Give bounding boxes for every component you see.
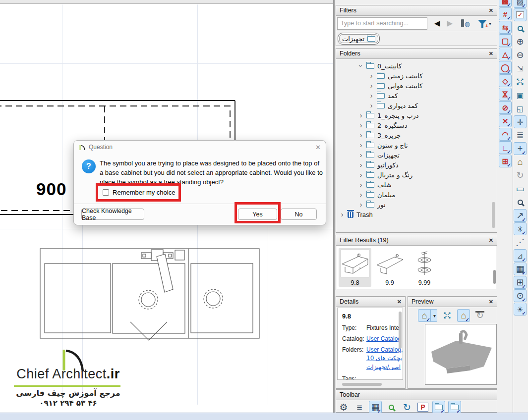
- reference-grid-icon[interactable]: ⊙✓: [514, 289, 527, 302]
- point-tool-icon[interactable]: ✳✓: [514, 222, 527, 235]
- close-icon[interactable]: ✕: [315, 144, 321, 151]
- preview-style-button[interactable]: ⌂✓ ▾: [418, 309, 437, 322]
- results-scrollbar-thumb[interactable]: [493, 270, 496, 284]
- folder-edit-icon[interactable]: ✓: [448, 401, 461, 414]
- chevron-collapsed-icon[interactable]: ›: [369, 73, 374, 78]
- chevron-down-icon[interactable]: ▾: [431, 309, 437, 322]
- chevron-collapsed-icon[interactable]: ›: [358, 123, 363, 128]
- zoom-out-icon[interactable]: ⊖: [514, 49, 527, 61]
- chevron-collapsed-icon[interactable]: ›: [358, 172, 363, 177]
- list-view-icon[interactable]: ≡: [353, 401, 366, 414]
- details-vscrollbar-thumb[interactable]: [399, 312, 402, 349]
- catalog-link[interactable]: User Catalog: [366, 335, 401, 342]
- chevron-collapsed-icon[interactable]: ›: [358, 113, 363, 118]
- expand-preview-button[interactable]: ↖↗↙↘: [441, 309, 454, 322]
- close-icon[interactable]: ✕: [489, 237, 493, 244]
- details-hscrollbar-thumb[interactable]: [342, 383, 382, 386]
- chevron-collapsed-icon[interactable]: ›: [358, 143, 363, 148]
- swap-select-icon[interactable]: ⇆✓: [499, 21, 512, 34]
- chevron-collapsed-icon[interactable]: ›: [340, 212, 345, 217]
- find-page-icon[interactable]: [514, 196, 527, 209]
- trash-row[interactable]: ›Trash: [336, 210, 497, 219]
- folder-row[interactable]: ›کابینت_0: [336, 61, 497, 71]
- folders-scrollbar-thumb[interactable]: [492, 202, 495, 228]
- folder-row[interactable]: ›کمد: [336, 91, 497, 101]
- settings-icon[interactable]: ⚙: [337, 401, 350, 414]
- folder-row[interactable]: ›شلف: [336, 180, 497, 190]
- result-item[interactable]: 9.99: [408, 248, 441, 287]
- triangle-tool-icon[interactable]: △✓: [499, 48, 512, 60]
- folder-row[interactable]: ›مبلمان: [336, 190, 497, 200]
- light-rays-icon[interactable]: ☀✓: [514, 303, 527, 315]
- house-view-icon[interactable]: ⌂: [514, 156, 527, 168]
- circle-tool-icon[interactable]: ◯✓: [499, 61, 512, 74]
- diamond-tool-icon[interactable]: ◇✓: [499, 74, 512, 87]
- text-arrow-icon[interactable]: ↗✓: [514, 209, 527, 222]
- no-button[interactable]: No: [281, 209, 317, 220]
- folder-link[interactable]: User Catalog,: [366, 346, 403, 353]
- folder-row[interactable]: ›تجهیزات: [336, 150, 497, 160]
- pan-icon[interactable]: ✛: [514, 115, 527, 128]
- preview-image[interactable]: [425, 324, 497, 385]
- edit-select-icon[interactable]: ✓: [514, 8, 527, 21]
- chevron-collapsed-icon[interactable]: ›: [358, 162, 363, 167]
- search-catalog-icon[interactable]: [385, 401, 398, 414]
- grid-display-icon[interactable]: ▦✓: [514, 262, 527, 275]
- expand-all-icon[interactable]: ◱: [514, 102, 527, 115]
- preview-object-button[interactable]: ⌂ ✓: [457, 309, 470, 322]
- folder-hierarchy-icon[interactable]: ✓: [432, 401, 445, 414]
- folder-row[interactable]: ›کابینت هوایی: [336, 81, 497, 91]
- folder-row[interactable]: ›دکوراتیو: [336, 160, 497, 170]
- search-input[interactable]: [337, 17, 427, 30]
- prohibit-tool-icon[interactable]: ⊘✓: [499, 101, 512, 114]
- pattern-check-icon[interactable]: ▨✓: [514, 0, 527, 8]
- close-icon[interactable]: ✕: [489, 7, 493, 14]
- rotate-preview-button[interactable]: ↻: [473, 309, 486, 322]
- chevron-collapsed-icon[interactable]: ›: [369, 103, 374, 108]
- refresh-view-icon[interactable]: ↻: [514, 169, 527, 182]
- chevron-collapsed-icon[interactable]: ›: [369, 93, 374, 98]
- print-catalog-icon[interactable]: P: [416, 401, 429, 414]
- forward-arrow-icon[interactable]: ▶: [447, 19, 453, 28]
- chevron-collapsed-icon[interactable]: ›: [358, 133, 363, 138]
- close-icon[interactable]: ✕: [489, 51, 493, 57]
- close-icon[interactable]: ✕: [397, 299, 402, 305]
- remember-choice-checkbox[interactable]: [103, 189, 109, 196]
- rectangle-tool-icon[interactable]: ▢✓: [499, 34, 512, 47]
- layers-icon[interactable]: ≣: [514, 129, 527, 142]
- crosshair-icon[interactable]: +✓: [514, 142, 527, 155]
- folder-row[interactable]: ›کمد دیواری: [336, 101, 497, 110]
- chevron-collapsed-icon[interactable]: ›: [358, 153, 363, 158]
- folder-row[interactable]: ›نور: [336, 200, 497, 210]
- result-item[interactable]: 9.9: [373, 248, 406, 287]
- folder-row[interactable]: ›دستگیره_2: [336, 120, 497, 130]
- search-icon[interactable]: [514, 22, 527, 35]
- core-catalogs-icon[interactable]: ◍: [461, 19, 469, 28]
- thumbnails-view-icon[interactable]: ▦✓: [369, 401, 382, 414]
- folder-row[interactable]: ›کابینت زمینی: [336, 71, 497, 81]
- expand-box-icon[interactable]: ▣: [514, 89, 527, 102]
- folder-link[interactable]: اصی/تجهیزات: [366, 364, 401, 370]
- zoom-previous-icon[interactable]: ⇲: [514, 62, 527, 75]
- folder-link[interactable]: یچکت های 10: [366, 355, 402, 362]
- chevron-collapsed-icon[interactable]: ›: [358, 182, 363, 187]
- axes-icon[interactable]: ⊿✓: [514, 249, 527, 262]
- grid-add-icon[interactable]: ⊞✓: [499, 155, 512, 167]
- grid-snap-icon[interactable]: ⊞✓: [514, 276, 527, 289]
- folder-row[interactable]: ›درب و پنجره_1: [336, 110, 497, 120]
- close-icon[interactable]: ✕: [489, 299, 493, 305]
- chevron-collapsed-icon[interactable]: ›: [369, 83, 374, 88]
- chevron-collapsed-icon[interactable]: ›: [358, 202, 363, 207]
- update-catalog-icon[interactable]: ↻: [401, 401, 413, 414]
- bowtie-tool-icon[interactable]: ⋈✓: [499, 88, 512, 101]
- frame-icon[interactable]: ▭: [514, 182, 527, 195]
- chevron-collapsed-icon[interactable]: ›: [358, 192, 363, 197]
- scatter-arc-icon[interactable]: ⋰: [514, 236, 527, 249]
- filter-chip[interactable]: تجهیزات: [338, 33, 380, 45]
- angle-tool-icon[interactable]: ∟✓: [499, 141, 512, 154]
- folder-row[interactable]: ›جزیره_3: [336, 130, 497, 140]
- grid-reference-icon[interactable]: #✓: [499, 7, 512, 20]
- hatch-select-icon[interactable]: ▩✓: [499, 0, 512, 7]
- folder-row[interactable]: ›تاج و ستون: [336, 140, 497, 150]
- filter-funnel-button[interactable]: + ▾: [477, 19, 491, 28]
